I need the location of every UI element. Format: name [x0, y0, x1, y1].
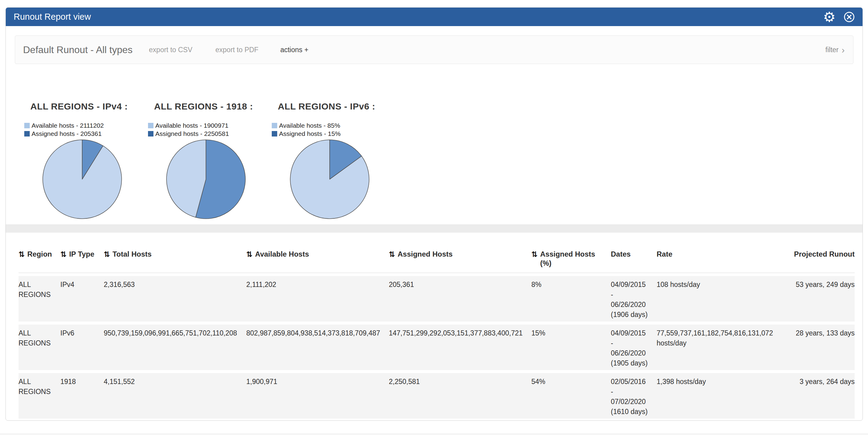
legend-label: Available hosts - 85%	[279, 122, 340, 129]
chevron-right-icon: ›	[842, 46, 845, 53]
legend-item-available: Available hosts - 1900971	[148, 121, 272, 129]
legend-item-available: Available hosts - 2111202	[24, 121, 148, 129]
chart-block-ipv6: ALL REGIONS - IPv6 : Available hosts - 8…	[272, 101, 396, 221]
sort-icon: ⇅	[104, 250, 110, 259]
cell-dates: 04/09/2015 - 06/26/2020 (1906 days)	[611, 280, 657, 320]
cell-projected-runout: 53 years, 249 days	[785, 280, 855, 320]
legend-label: Available hosts - 2111202	[32, 122, 104, 129]
runout-table: ⇅ Region ⇅ IP Type ⇅ Total Hosts ⇅ Avail…	[6, 250, 863, 418]
sort-icon: ⇅	[246, 250, 253, 259]
table-row-ipv4: ALL REGIONS IPv4 2,316,563 2,111,202 205…	[19, 276, 855, 321]
legend-swatch-available	[272, 123, 277, 128]
runout-report-window: Runout Report view ⚙ Default Runout - Al…	[5, 7, 863, 421]
legend-item-assigned: Assigned hosts - 2250581	[148, 129, 272, 138]
legend-item-assigned: Assigned hosts - 205361	[24, 129, 148, 138]
titlebar-icons: ⚙	[823, 10, 855, 24]
column-header-projected-runout: Projected Runout	[785, 250, 855, 268]
report-toolbar: Default Runout - All types export to CSV…	[15, 35, 854, 64]
column-header-label: Total Hosts	[113, 250, 152, 259]
chart-block-1918: ALL REGIONS - 1918 : Available hosts - 1…	[148, 101, 272, 221]
cell-total-hosts: 4,151,552	[104, 377, 246, 417]
column-header-rate: Rate	[657, 250, 785, 268]
cell-ip-type: IPv6	[60, 328, 104, 368]
column-header-label: Projected Runout	[794, 250, 855, 259]
cell-assigned-hosts: 147,751,299,292,053,151,377,883,400,721	[389, 328, 531, 368]
cell-assigned-pct: 54%	[531, 377, 611, 417]
column-header-label: Dates	[611, 250, 630, 259]
cell-ip-type: 1918	[60, 377, 104, 417]
sort-icon: ⇅	[19, 250, 25, 259]
cell-assigned-hosts: 205,361	[389, 280, 531, 320]
cell-ip-type: IPv4	[60, 280, 104, 320]
page-bottom-divider	[0, 434, 868, 434]
column-header-region[interactable]: ⇅ Region	[19, 250, 60, 268]
filter-label: filter	[826, 46, 839, 54]
filter-button[interactable]: filter ›	[826, 46, 845, 54]
cell-projected-runout: 28 years, 133 days	[785, 328, 855, 368]
table-row-1918: ALL REGIONS 1918 4,151,552 1,900,971 2,2…	[19, 373, 855, 418]
column-header-ip-type[interactable]: ⇅ IP Type	[60, 250, 104, 268]
column-header-total-hosts[interactable]: ⇅ Total Hosts	[104, 250, 246, 268]
column-header-label: Available Hosts	[255, 250, 309, 259]
cell-assigned-pct: 8%	[531, 280, 611, 320]
cell-total-hosts: 2,316,563	[104, 280, 246, 320]
sort-icon: ⇅	[531, 250, 538, 259]
legend-label: Assigned hosts - 205361	[32, 130, 102, 137]
legend-swatch-assigned	[272, 131, 277, 136]
chart-title: ALL REGIONS - IPv6 :	[278, 101, 396, 112]
cell-region: ALL REGIONS	[19, 280, 60, 320]
legend-swatch-assigned	[148, 131, 153, 136]
pie-charts-section: ALL REGIONS - IPv4 : Available hosts - 2…	[6, 101, 863, 221]
horizontal-scroll-track[interactable]	[6, 224, 863, 233]
cell-dates: 04/09/2015 - 06/26/2020 (1905 days)	[611, 328, 657, 368]
cell-rate: 1,398 hosts/day	[657, 377, 785, 417]
column-header-assigned-hosts-pct[interactable]: ⇅ Assigned Hosts (%)	[531, 250, 611, 268]
report-name: Default Runout - All types	[23, 44, 132, 56]
pie-chart-ipv6	[289, 138, 396, 221]
export-csv-link[interactable]: export to CSV	[149, 46, 192, 54]
cell-available-hosts: 802,987,859,804,938,514,373,818,709,487	[246, 328, 389, 368]
legend-swatch-assigned	[24, 131, 30, 136]
column-header-label: IP Type	[69, 250, 94, 259]
chart-legend: Available hosts - 85% Assigned hosts - 1…	[272, 121, 396, 138]
window-titlebar: Runout Report view ⚙	[6, 8, 863, 26]
table-row-ipv6: ALL REGIONS IPv6 950,739,159,096,991,665…	[19, 324, 855, 370]
export-pdf-link[interactable]: export to PDF	[215, 46, 258, 54]
cell-available-hosts: 1,900,971	[246, 377, 389, 417]
cell-available-hosts: 2,111,202	[246, 280, 389, 320]
column-header-label: Rate	[657, 250, 672, 259]
chart-legend: Available hosts - 2111202 Assigned hosts…	[24, 121, 148, 138]
column-header-assigned-hosts[interactable]: ⇅ Assigned Hosts	[389, 250, 531, 268]
chart-title: ALL REGIONS - 1918 :	[154, 101, 272, 112]
cell-region: ALL REGIONS	[19, 377, 60, 417]
legend-label: Assigned hosts - 2250581	[155, 130, 229, 137]
column-header-available-hosts[interactable]: ⇅ Available Hosts	[246, 250, 389, 268]
column-header-label: Assigned Hosts	[398, 250, 453, 259]
close-icon[interactable]	[843, 11, 855, 23]
cell-total-hosts: 950,739,159,096,991,665,751,702,110,208	[104, 328, 246, 368]
sort-icon: ⇅	[60, 250, 67, 259]
cell-projected-runout: 3 years, 264 days	[785, 377, 855, 417]
cell-assigned-hosts: 2,250,581	[389, 377, 531, 417]
legend-item-available: Available hosts - 85%	[272, 121, 396, 129]
chart-legend: Available hosts - 1900971 Assigned hosts…	[148, 121, 272, 138]
column-header-dates: Dates	[611, 250, 657, 268]
legend-swatch-available	[24, 123, 30, 128]
cell-assigned-pct: 15%	[531, 328, 611, 368]
cell-region: ALL REGIONS	[19, 328, 60, 368]
sort-icon: ⇅	[389, 250, 395, 259]
pie-chart-1918	[165, 138, 272, 221]
legend-item-assigned: Assigned hosts - 15%	[272, 129, 396, 138]
actions-menu-button[interactable]: actions +	[280, 46, 308, 54]
legend-label: Assigned hosts - 15%	[279, 130, 341, 137]
gear-icon[interactable]: ⚙	[823, 10, 836, 24]
legend-label: Available hosts - 1900971	[155, 122, 228, 129]
column-header-label: Assigned Hosts (%)	[540, 250, 608, 268]
chart-title: ALL REGIONS - IPv4 :	[30, 101, 148, 112]
cell-dates: 02/05/2016 - 07/02/2020 (1610 days)	[611, 377, 657, 417]
column-header-label: Region	[27, 250, 52, 259]
window-title: Runout Report view	[14, 12, 91, 22]
chart-block-ipv4: ALL REGIONS - IPv4 : Available hosts - 2…	[24, 101, 148, 221]
cell-rate: 77,559,737,161,182,754,816,131,072 hosts…	[657, 328, 785, 368]
table-header-row: ⇅ Region ⇅ IP Type ⇅ Total Hosts ⇅ Avail…	[19, 250, 855, 273]
